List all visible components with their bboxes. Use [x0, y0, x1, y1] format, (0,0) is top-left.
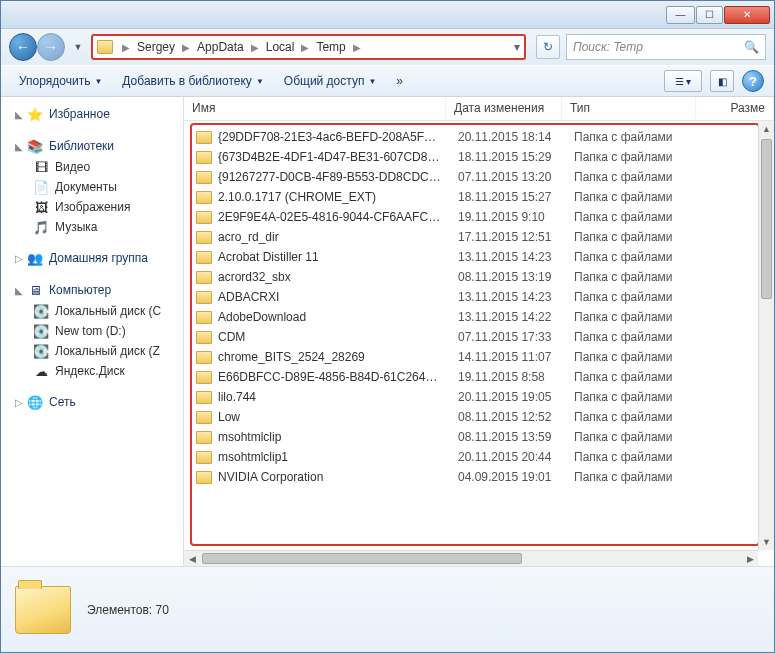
file-date: 18.11.2015 15:29 [450, 150, 566, 164]
sidebar-homegroup[interactable]: ▷ 👥 Домашняя группа [1, 247, 183, 269]
table-row[interactable]: acro_rd_dir17.11.2015 12:51Папка с файла… [188, 227, 774, 247]
table-row[interactable]: msohtmlclip120.11.2015 20:44Папка с файл… [188, 447, 774, 467]
chevron-right-icon[interactable]: ▶ [298, 42, 312, 53]
close-button[interactable]: ✕ [724, 6, 770, 24]
breadcrumb-segment[interactable]: Local [262, 40, 299, 54]
drive-icon: 💽 [33, 303, 49, 319]
address-bar[interactable]: ▶ Sergey ▶ AppData ▶ Local ▶ Temp ▶ ▾ [91, 34, 526, 60]
sidebar-favorites[interactable]: ◣ ⭐ Избранное [1, 103, 183, 125]
file-type: Папка с файлами [566, 330, 700, 344]
sidebar-item-drive-z[interactable]: 💽Локальный диск (Z [1, 341, 183, 361]
column-header-size[interactable]: Разме [696, 97, 774, 120]
preview-pane-button[interactable]: ◧ [710, 70, 734, 92]
scroll-down-arrow[interactable]: ▼ [759, 534, 774, 550]
sidebar-item-yandex-disk[interactable]: ☁Яндекс.Диск [1, 361, 183, 381]
sidebar-item-video[interactable]: 🎞Видео [1, 157, 183, 177]
table-row[interactable]: ADBACRXI13.11.2015 14:23Папка с файлами [188, 287, 774, 307]
help-button[interactable]: ? [742, 70, 764, 92]
scrollbar-thumb[interactable] [761, 139, 772, 299]
table-row[interactable]: msohtmlclip08.11.2015 13:59Папка с файла… [188, 427, 774, 447]
file-type: Папка с файлами [566, 470, 700, 484]
table-row[interactable]: {673D4B2E-4DF1-4D47-BE31-607CD83833...18… [188, 147, 774, 167]
file-type: Папка с файлами [566, 230, 700, 244]
file-name: CDM [218, 330, 245, 344]
table-row[interactable]: chrome_BITS_2524_2826914.11.2015 11:07Па… [188, 347, 774, 367]
vertical-scrollbar[interactable]: ▲ ▼ [758, 121, 774, 550]
minimize-button[interactable]: — [666, 6, 695, 24]
address-dropdown[interactable]: ▾ [514, 40, 520, 54]
forward-button[interactable]: → [37, 33, 65, 61]
refresh-button[interactable]: ↻ [536, 35, 560, 59]
file-type: Папка с файлами [566, 310, 700, 324]
column-header-type[interactable]: Тип [562, 97, 696, 120]
folder-icon [196, 451, 212, 464]
table-row[interactable]: {29DDF708-21E3-4ac6-BEFD-208A5F4B6B...20… [188, 127, 774, 147]
cloud-drive-icon: ☁ [33, 363, 49, 379]
chevron-down-icon: ▼ [256, 77, 264, 86]
column-header-name[interactable]: Имя [184, 97, 446, 120]
scroll-up-arrow[interactable]: ▲ [759, 121, 774, 137]
expand-icon[interactable]: ▷ [11, 253, 21, 264]
burn-button[interactable]: » [388, 71, 411, 91]
expand-icon[interactable]: ▷ [11, 397, 21, 408]
breadcrumb-segment[interactable]: Temp [312, 40, 349, 54]
nav-history-dropdown[interactable]: ▼ [71, 34, 85, 60]
table-row[interactable]: Low08.11.2015 12:52Папка с файлами [188, 407, 774, 427]
chevron-right-icon[interactable]: ▶ [350, 42, 364, 53]
chevron-right-icon[interactable]: ▶ [179, 42, 193, 53]
file-name: Low [218, 410, 240, 424]
file-name: ADBACRXI [218, 290, 279, 304]
table-row[interactable]: AdobeDownload13.11.2015 14:22Папка с фай… [188, 307, 774, 327]
chevron-right-icon[interactable]: ▶ [119, 42, 133, 53]
table-row[interactable]: lilo.74420.11.2015 19:05Папка с файлами [188, 387, 774, 407]
collapse-icon[interactable]: ◣ [11, 109, 21, 120]
organize-menu[interactable]: Упорядочить▼ [11, 71, 110, 91]
table-row[interactable]: NVIDIA Corporation04.09.2015 19:01Папка … [188, 467, 774, 487]
folder-icon [196, 431, 212, 444]
breadcrumb-segment[interactable]: AppData [193, 40, 248, 54]
table-row[interactable]: 2E9F9E4A-02E5-4816-9044-CF6AAFCBDF8B19.1… [188, 207, 774, 227]
horizontal-scrollbar[interactable]: ◀ ▶ [184, 550, 758, 566]
sidebar-computer[interactable]: ◣ 🖥 Компьютер [1, 279, 183, 301]
file-list[interactable]: {29DDF708-21E3-4ac6-BEFD-208A5F4B6B...20… [184, 121, 774, 487]
file-date: 13.11.2015 14:22 [450, 310, 566, 324]
file-name: chrome_BITS_2524_28269 [218, 350, 365, 364]
sidebar-item-drive-d[interactable]: 💽New tom (D:) [1, 321, 183, 341]
include-in-library-menu[interactable]: Добавить в библиотеку▼ [114, 71, 271, 91]
file-type: Папка с файлами [566, 410, 700, 424]
file-type: Папка с файлами [566, 430, 700, 444]
sidebar-libraries[interactable]: ◣ 📚 Библиотеки [1, 135, 183, 157]
sidebar-item-documents[interactable]: 📄Документы [1, 177, 183, 197]
collapse-icon[interactable]: ◣ [11, 285, 21, 296]
collapse-icon[interactable]: ◣ [11, 141, 21, 152]
search-input[interactable]: Поиск: Temp 🔍 [566, 34, 766, 60]
sidebar-item-pictures[interactable]: 🖼Изображения [1, 197, 183, 217]
pictures-icon: 🖼 [33, 199, 49, 215]
file-type: Папка с файлами [566, 150, 700, 164]
scroll-left-arrow[interactable]: ◀ [184, 551, 200, 566]
folder-icon [196, 251, 212, 264]
table-row[interactable]: 2.10.0.1717 (CHROME_EXT)18.11.2015 15:27… [188, 187, 774, 207]
table-row[interactable]: acrord32_sbx08.11.2015 13:19Папка с файл… [188, 267, 774, 287]
view-options-button[interactable]: ☰ ▾ [664, 70, 702, 92]
breadcrumb-segment[interactable]: Sergey [133, 40, 179, 54]
chevron-right-icon[interactable]: ▶ [248, 42, 262, 53]
table-row[interactable]: E66DBFCC-D89E-4856-B84D-61C26411E03E19.1… [188, 367, 774, 387]
table-row[interactable]: CDM07.11.2015 17:33Папка с файлами [188, 327, 774, 347]
file-date: 19.11.2015 9:10 [450, 210, 566, 224]
sidebar-item-drive-c[interactable]: 💽Локальный диск (C [1, 301, 183, 321]
search-icon[interactable]: 🔍 [744, 40, 759, 54]
file-name: msohtmlclip1 [218, 450, 288, 464]
scroll-right-arrow[interactable]: ▶ [742, 551, 758, 566]
column-header-date[interactable]: Дата изменения [446, 97, 562, 120]
sidebar-network[interactable]: ▷ 🌐 Сеть [1, 391, 183, 413]
maximize-button[interactable]: ☐ [696, 6, 723, 24]
scrollbar-thumb[interactable] [202, 553, 522, 564]
back-button[interactable]: ← [9, 33, 37, 61]
table-row[interactable]: Acrobat Distiller 1113.11.2015 14:23Папк… [188, 247, 774, 267]
share-menu[interactable]: Общий доступ▼ [276, 71, 385, 91]
toolbar: Упорядочить▼ Добавить в библиотеку▼ Общи… [1, 65, 774, 97]
sidebar-item-music[interactable]: 🎵Музыка [1, 217, 183, 237]
table-row[interactable]: {91267277-D0CB-4F89-B553-DD8CDCB84...07.… [188, 167, 774, 187]
titlebar[interactable]: — ☐ ✕ [1, 1, 774, 29]
